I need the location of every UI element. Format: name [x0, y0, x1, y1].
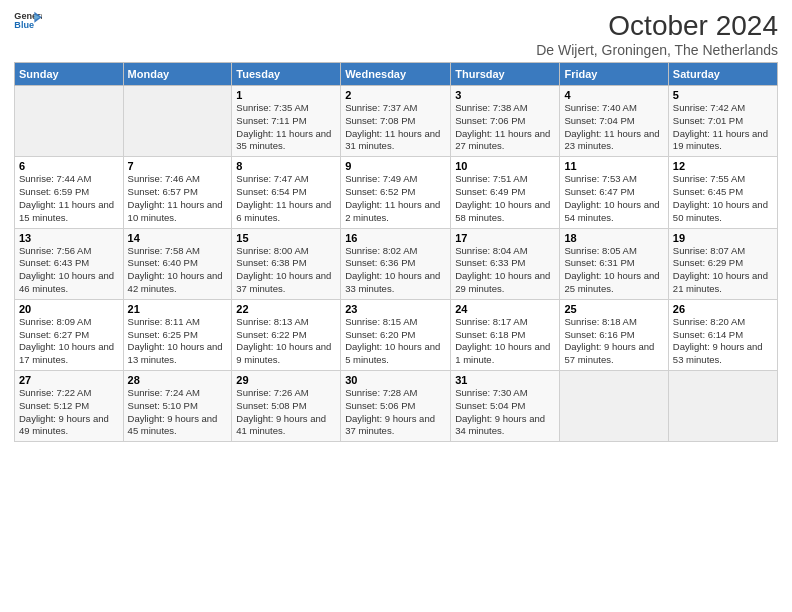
week-row: 27Sunrise: 7:22 AM Sunset: 5:12 PM Dayli…: [15, 371, 778, 442]
calendar-table: SundayMondayTuesdayWednesdayThursdayFrid…: [14, 62, 778, 442]
day-number: 17: [455, 232, 555, 244]
page-title: October 2024: [536, 10, 778, 42]
day-number: 8: [236, 160, 336, 172]
day-number: 26: [673, 303, 773, 315]
day-number: 28: [128, 374, 228, 386]
day-info: Sunrise: 7:47 AM Sunset: 6:54 PM Dayligh…: [236, 173, 336, 224]
day-number: 7: [128, 160, 228, 172]
day-number: 1: [236, 89, 336, 101]
day-info: Sunrise: 7:22 AM Sunset: 5:12 PM Dayligh…: [19, 387, 119, 438]
day-info: Sunrise: 8:18 AM Sunset: 6:16 PM Dayligh…: [564, 316, 663, 367]
day-cell: 14Sunrise: 7:58 AM Sunset: 6:40 PM Dayli…: [123, 228, 232, 299]
day-cell: 16Sunrise: 8:02 AM Sunset: 6:36 PM Dayli…: [341, 228, 451, 299]
day-number: 10: [455, 160, 555, 172]
day-number: 21: [128, 303, 228, 315]
page-subtitle: De Wijert, Groningen, The Netherlands: [536, 42, 778, 58]
day-info: Sunrise: 7:46 AM Sunset: 6:57 PM Dayligh…: [128, 173, 228, 224]
day-cell: 8Sunrise: 7:47 AM Sunset: 6:54 PM Daylig…: [232, 157, 341, 228]
day-number: 20: [19, 303, 119, 315]
day-info: Sunrise: 8:02 AM Sunset: 6:36 PM Dayligh…: [345, 245, 446, 296]
col-header-thursday: Thursday: [451, 63, 560, 86]
day-cell: [123, 86, 232, 157]
day-number: 14: [128, 232, 228, 244]
day-cell: 21Sunrise: 8:11 AM Sunset: 6:25 PM Dayli…: [123, 299, 232, 370]
day-cell: 17Sunrise: 8:04 AM Sunset: 6:33 PM Dayli…: [451, 228, 560, 299]
svg-text:Blue: Blue: [14, 20, 34, 30]
day-cell: 13Sunrise: 7:56 AM Sunset: 6:43 PM Dayli…: [15, 228, 124, 299]
week-row: 1Sunrise: 7:35 AM Sunset: 7:11 PM Daylig…: [15, 86, 778, 157]
day-info: Sunrise: 7:51 AM Sunset: 6:49 PM Dayligh…: [455, 173, 555, 224]
day-info: Sunrise: 7:37 AM Sunset: 7:08 PM Dayligh…: [345, 102, 446, 153]
day-cell: 5Sunrise: 7:42 AM Sunset: 7:01 PM Daylig…: [668, 86, 777, 157]
day-number: 29: [236, 374, 336, 386]
day-cell: 20Sunrise: 8:09 AM Sunset: 6:27 PM Dayli…: [15, 299, 124, 370]
day-cell: 25Sunrise: 8:18 AM Sunset: 6:16 PM Dayli…: [560, 299, 668, 370]
week-row: 6Sunrise: 7:44 AM Sunset: 6:59 PM Daylig…: [15, 157, 778, 228]
day-number: 6: [19, 160, 119, 172]
day-info: Sunrise: 7:35 AM Sunset: 7:11 PM Dayligh…: [236, 102, 336, 153]
day-number: 2: [345, 89, 446, 101]
day-info: Sunrise: 7:49 AM Sunset: 6:52 PM Dayligh…: [345, 173, 446, 224]
header: General Blue October 2024 De Wijert, Gro…: [14, 10, 778, 58]
day-info: Sunrise: 7:24 AM Sunset: 5:10 PM Dayligh…: [128, 387, 228, 438]
day-cell: 3Sunrise: 7:38 AM Sunset: 7:06 PM Daylig…: [451, 86, 560, 157]
day-number: 18: [564, 232, 663, 244]
day-cell: 11Sunrise: 7:53 AM Sunset: 6:47 PM Dayli…: [560, 157, 668, 228]
day-number: 25: [564, 303, 663, 315]
page-container: General Blue October 2024 De Wijert, Gro…: [0, 0, 792, 448]
day-cell: 15Sunrise: 8:00 AM Sunset: 6:38 PM Dayli…: [232, 228, 341, 299]
day-cell: 26Sunrise: 8:20 AM Sunset: 6:14 PM Dayli…: [668, 299, 777, 370]
day-number: 4: [564, 89, 663, 101]
day-number: 24: [455, 303, 555, 315]
day-number: 9: [345, 160, 446, 172]
day-info: Sunrise: 7:28 AM Sunset: 5:06 PM Dayligh…: [345, 387, 446, 438]
day-cell: 22Sunrise: 8:13 AM Sunset: 6:22 PM Dayli…: [232, 299, 341, 370]
title-block: October 2024 De Wijert, Groningen, The N…: [536, 10, 778, 58]
day-cell: 1Sunrise: 7:35 AM Sunset: 7:11 PM Daylig…: [232, 86, 341, 157]
day-cell: 18Sunrise: 8:05 AM Sunset: 6:31 PM Dayli…: [560, 228, 668, 299]
day-cell: 23Sunrise: 8:15 AM Sunset: 6:20 PM Dayli…: [341, 299, 451, 370]
day-number: 5: [673, 89, 773, 101]
logo-icon: General Blue: [14, 10, 42, 30]
day-info: Sunrise: 7:56 AM Sunset: 6:43 PM Dayligh…: [19, 245, 119, 296]
day-info: Sunrise: 8:04 AM Sunset: 6:33 PM Dayligh…: [455, 245, 555, 296]
day-info: Sunrise: 8:15 AM Sunset: 6:20 PM Dayligh…: [345, 316, 446, 367]
day-cell: 31Sunrise: 7:30 AM Sunset: 5:04 PM Dayli…: [451, 371, 560, 442]
day-number: 22: [236, 303, 336, 315]
day-number: 11: [564, 160, 663, 172]
day-number: 27: [19, 374, 119, 386]
day-info: Sunrise: 7:38 AM Sunset: 7:06 PM Dayligh…: [455, 102, 555, 153]
day-info: Sunrise: 8:05 AM Sunset: 6:31 PM Dayligh…: [564, 245, 663, 296]
day-cell: 19Sunrise: 8:07 AM Sunset: 6:29 PM Dayli…: [668, 228, 777, 299]
week-row: 20Sunrise: 8:09 AM Sunset: 6:27 PM Dayli…: [15, 299, 778, 370]
day-number: 19: [673, 232, 773, 244]
day-cell: 2Sunrise: 7:37 AM Sunset: 7:08 PM Daylig…: [341, 86, 451, 157]
day-cell: [668, 371, 777, 442]
day-info: Sunrise: 7:40 AM Sunset: 7:04 PM Dayligh…: [564, 102, 663, 153]
col-header-tuesday: Tuesday: [232, 63, 341, 86]
col-header-monday: Monday: [123, 63, 232, 86]
logo: General Blue: [14, 10, 42, 30]
day-info: Sunrise: 7:55 AM Sunset: 6:45 PM Dayligh…: [673, 173, 773, 224]
day-info: Sunrise: 7:26 AM Sunset: 5:08 PM Dayligh…: [236, 387, 336, 438]
day-info: Sunrise: 8:00 AM Sunset: 6:38 PM Dayligh…: [236, 245, 336, 296]
col-header-sunday: Sunday: [15, 63, 124, 86]
day-info: Sunrise: 8:20 AM Sunset: 6:14 PM Dayligh…: [673, 316, 773, 367]
col-header-friday: Friday: [560, 63, 668, 86]
day-info: Sunrise: 7:30 AM Sunset: 5:04 PM Dayligh…: [455, 387, 555, 438]
day-cell: [560, 371, 668, 442]
day-info: Sunrise: 7:53 AM Sunset: 6:47 PM Dayligh…: [564, 173, 663, 224]
day-cell: 28Sunrise: 7:24 AM Sunset: 5:10 PM Dayli…: [123, 371, 232, 442]
col-header-saturday: Saturday: [668, 63, 777, 86]
day-info: Sunrise: 7:42 AM Sunset: 7:01 PM Dayligh…: [673, 102, 773, 153]
day-info: Sunrise: 7:44 AM Sunset: 6:59 PM Dayligh…: [19, 173, 119, 224]
day-number: 13: [19, 232, 119, 244]
day-cell: 10Sunrise: 7:51 AM Sunset: 6:49 PM Dayli…: [451, 157, 560, 228]
day-info: Sunrise: 7:58 AM Sunset: 6:40 PM Dayligh…: [128, 245, 228, 296]
day-number: 16: [345, 232, 446, 244]
header-row: SundayMondayTuesdayWednesdayThursdayFrid…: [15, 63, 778, 86]
day-info: Sunrise: 8:11 AM Sunset: 6:25 PM Dayligh…: [128, 316, 228, 367]
day-number: 3: [455, 89, 555, 101]
day-cell: 7Sunrise: 7:46 AM Sunset: 6:57 PM Daylig…: [123, 157, 232, 228]
col-header-wednesday: Wednesday: [341, 63, 451, 86]
